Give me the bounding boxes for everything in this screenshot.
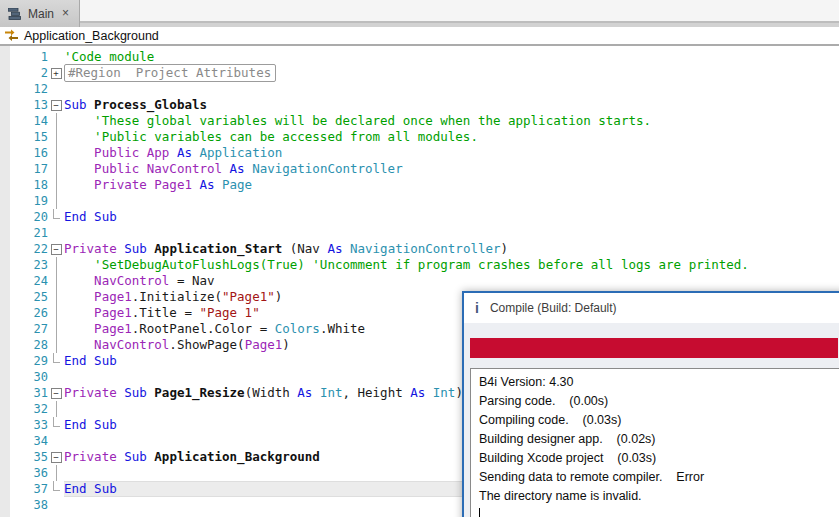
fold-end-corner bbox=[53, 481, 60, 491]
fold-margin bbox=[48, 145, 64, 161]
fold-collapse-icon[interactable]: − bbox=[51, 452, 62, 463]
code-row: 20End Sub bbox=[0, 209, 839, 225]
fold-margin bbox=[48, 369, 64, 385]
code-line[interactable] bbox=[64, 193, 839, 209]
code-row: 12 bbox=[0, 81, 839, 97]
compile-progress-bar bbox=[470, 338, 838, 358]
tab-bar: Main × bbox=[0, 0, 839, 27]
code-line[interactable] bbox=[64, 225, 839, 241]
code-line[interactable]: NavControl = Nav bbox=[64, 273, 839, 289]
editor-margin bbox=[0, 46, 10, 517]
fold-margin: − bbox=[48, 241, 64, 257]
fold-margin bbox=[48, 337, 64, 353]
log-line: B4i Version: 4.30 bbox=[479, 373, 837, 392]
code-row: 18 Private Page1 As Page bbox=[0, 177, 839, 193]
fold-margin bbox=[48, 49, 64, 65]
fold-margin bbox=[48, 273, 64, 289]
fold-collapse-icon[interactable]: − bbox=[51, 388, 62, 399]
fold-guide-line bbox=[56, 273, 57, 289]
ide-window: Main × Application_Background 1'Code mod… bbox=[0, 0, 839, 517]
current-sub-label: Application_Background bbox=[24, 29, 159, 43]
fold-guide-line bbox=[56, 321, 57, 337]
code-row: 2+#Region Project Attributes bbox=[0, 65, 839, 81]
tab-close-icon[interactable]: × bbox=[60, 6, 71, 20]
log-line: Building designer app. (0.02s) bbox=[479, 430, 837, 449]
fold-guide-line bbox=[56, 161, 57, 177]
code-row: 16 Public App As Application bbox=[0, 145, 839, 161]
fold-collapse-icon[interactable]: − bbox=[51, 100, 62, 111]
fold-margin bbox=[48, 193, 64, 209]
fold-guide-line bbox=[56, 257, 57, 273]
sub-navigation-icon bbox=[4, 29, 19, 42]
fold-margin bbox=[48, 161, 64, 177]
code-line[interactable]: 'These global variables will be declared… bbox=[64, 113, 839, 129]
fold-margin bbox=[48, 209, 64, 225]
fold-margin: − bbox=[48, 449, 64, 465]
code-line[interactable]: #Region Project Attributes bbox=[64, 65, 839, 81]
fold-margin bbox=[48, 225, 64, 241]
fold-guide-line bbox=[56, 337, 57, 353]
code-line[interactable]: 'Code module bbox=[64, 49, 839, 65]
fold-margin bbox=[48, 401, 64, 417]
fold-margin bbox=[48, 257, 64, 273]
sub-selector-bar[interactable]: Application_Background bbox=[0, 27, 839, 46]
fold-guide-line bbox=[56, 145, 57, 161]
fold-margin: − bbox=[48, 385, 64, 401]
code-row: 19 bbox=[0, 193, 839, 209]
compile-dialog-titlebar[interactable]: i Compile (Build: Default) bbox=[464, 293, 839, 323]
code-line[interactable]: Public NavControl As NavigationControlle… bbox=[64, 161, 839, 177]
fold-margin: − bbox=[48, 97, 64, 113]
code-line[interactable]: Public App As Application bbox=[64, 145, 839, 161]
compile-dialog-title: Compile (Build: Default) bbox=[490, 301, 617, 315]
log-line: Compiling code. (0.03s) bbox=[479, 411, 837, 430]
code-row: 14 'These global variables will be decla… bbox=[0, 113, 839, 129]
fold-margin bbox=[48, 81, 64, 97]
text-caret bbox=[479, 508, 480, 517]
code-line[interactable]: Sub Process_Globals bbox=[64, 97, 839, 113]
fold-guide-line bbox=[56, 289, 57, 305]
fold-end-corner bbox=[53, 417, 60, 427]
log-line: The directory name is invalid. bbox=[479, 487, 837, 506]
fold-guide-line bbox=[56, 401, 57, 417]
fold-margin bbox=[48, 305, 64, 321]
fold-guide-line bbox=[56, 465, 57, 481]
fold-expand-icon[interactable]: + bbox=[51, 68, 62, 79]
fold-end-corner bbox=[53, 209, 60, 219]
code-line[interactable] bbox=[64, 81, 839, 97]
fold-margin bbox=[48, 497, 64, 513]
fold-margin bbox=[48, 321, 64, 337]
fold-end-corner bbox=[53, 353, 60, 363]
fold-margin bbox=[48, 177, 64, 193]
code-line[interactable]: Private Sub Application_Start (Nav As Na… bbox=[64, 241, 839, 257]
fold-margin bbox=[48, 353, 64, 369]
code-row: 15 'Public variables can be accessed fro… bbox=[0, 129, 839, 145]
fold-margin bbox=[48, 433, 64, 449]
code-line[interactable]: 'Public variables can be accessed from a… bbox=[64, 129, 839, 145]
fold-margin bbox=[48, 417, 64, 433]
tab-main[interactable]: Main × bbox=[0, 0, 80, 27]
fold-margin bbox=[48, 129, 64, 145]
fold-guide-line bbox=[56, 177, 57, 193]
code-module-icon bbox=[8, 8, 22, 20]
fold-margin bbox=[48, 113, 64, 129]
code-row: 22−Private Sub Application_Start (Nav As… bbox=[0, 241, 839, 257]
code-line[interactable]: 'SetDebugAutoFlushLogs(True) 'Uncomment … bbox=[64, 257, 839, 273]
code-line[interactable]: Private Page1 As Page bbox=[64, 177, 839, 193]
fold-guide-line bbox=[56, 305, 57, 321]
code-row: 24 NavControl = Nav bbox=[0, 273, 839, 289]
code-row: 21 bbox=[0, 225, 839, 241]
fold-margin bbox=[48, 481, 64, 497]
log-line: Parsing code. (0.00s) bbox=[479, 392, 837, 411]
fold-guide-line bbox=[56, 113, 57, 129]
code-row: 23 'SetDebugAutoFlushLogs(True) 'Uncomme… bbox=[0, 257, 839, 273]
fold-collapse-icon[interactable]: − bbox=[51, 244, 62, 255]
code-row: 13−Sub Process_Globals bbox=[0, 97, 839, 113]
log-line: Building Xcode project (0.03s) bbox=[479, 449, 837, 468]
log-line: Sending data to remote compiler. Error bbox=[479, 468, 837, 487]
compile-log[interactable]: B4i Version: 4.30Parsing code. (0.00s)Co… bbox=[470, 368, 839, 517]
tab-label: Main bbox=[28, 7, 54, 21]
fold-guide-line bbox=[56, 193, 57, 209]
fold-margin bbox=[48, 289, 64, 305]
fold-guide-line bbox=[56, 129, 57, 145]
code-line[interactable]: End Sub bbox=[64, 209, 839, 225]
